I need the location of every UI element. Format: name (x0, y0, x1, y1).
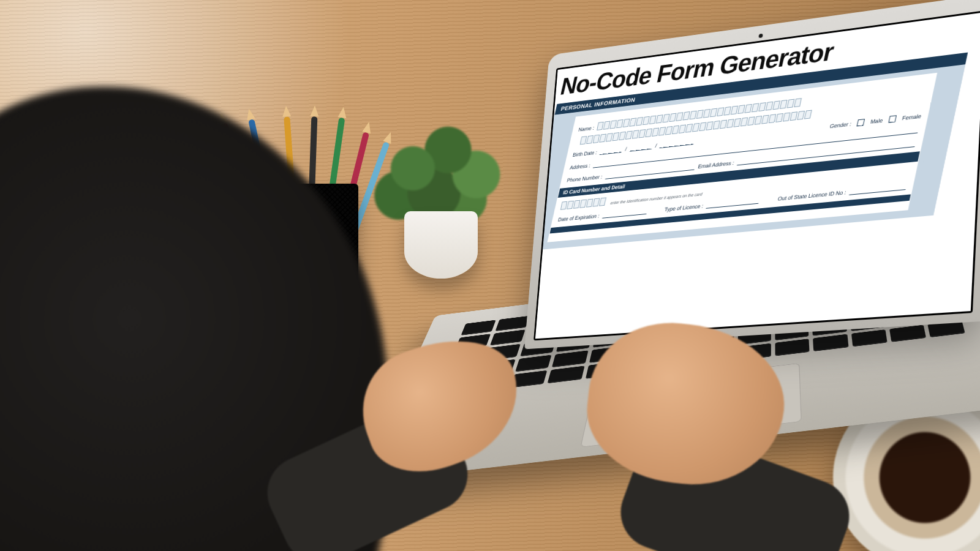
out-of-state-input[interactable] (849, 181, 907, 195)
idcard-input-boxes[interactable] (560, 197, 606, 209)
laptop-screen: No-Code Form Generator PERSONAL INFORMAT… (535, 12, 980, 339)
label-address: Address : (569, 163, 590, 171)
label-male: Male (870, 118, 883, 125)
desk-scene: No-Code Form Generator PERSONAL INFORMAT… (0, 0, 980, 551)
label-birth-date: Birth Date : (572, 149, 598, 158)
birth-date-sep-2: / (655, 143, 657, 149)
label-email: Email Address : (698, 160, 735, 170)
laptop-lid: No-Code Form Generator PERSONAL INFORMAT… (524, 0, 980, 349)
label-phone: Phone Number : (567, 174, 603, 184)
expiration-input[interactable] (602, 206, 648, 218)
birth-date-input-3[interactable] (660, 136, 695, 148)
camera-icon (758, 34, 763, 39)
licence-type-input[interactable] (706, 195, 761, 209)
label-name: Name : (578, 125, 595, 132)
label-expiration: Date of Expiration : (557, 213, 600, 223)
checkbox-male[interactable] (857, 119, 865, 126)
birth-date-input-2[interactable] (629, 141, 653, 151)
birth-date-input-1[interactable] (600, 144, 624, 155)
label-out-of-state: Out of State Licence ID No : (777, 189, 846, 202)
label-licence-type: Type of Licence : (664, 203, 704, 213)
label-female: Female (902, 113, 922, 122)
label-gender: Gender : (829, 121, 852, 129)
checkbox-female[interactable] (888, 115, 897, 122)
birth-date-sep-1: / (625, 146, 627, 152)
